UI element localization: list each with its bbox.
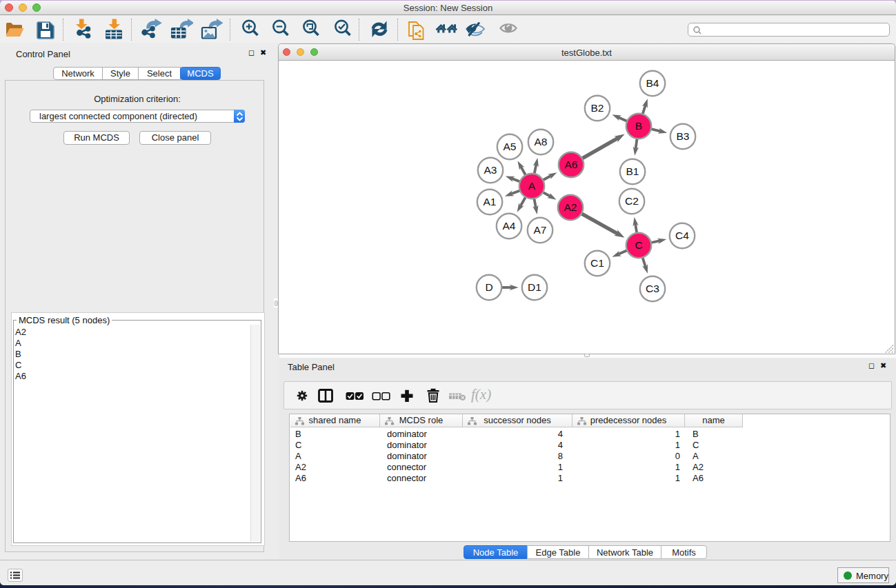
svg-text:A3: A3 [484,164,497,176]
svg-text:B1: B1 [626,165,639,177]
svg-text:B2: B2 [591,102,604,114]
svg-text:D1: D1 [528,281,541,293]
svg-text:A4: A4 [503,220,516,232]
svg-text:C: C [635,239,642,251]
svg-text:A8: A8 [535,136,548,148]
svg-text:A1: A1 [484,196,497,207]
svg-text:B: B [635,120,642,132]
svg-text:C1: C1 [590,257,604,269]
svg-text:A: A [528,180,536,192]
svg-text:C2: C2 [625,195,639,207]
svg-text:D: D [485,281,492,293]
svg-text:A7: A7 [534,224,547,236]
svg-text:A6: A6 [565,159,578,170]
svg-text:C3: C3 [646,283,659,294]
svg-text:C4: C4 [675,230,689,241]
svg-text:B4: B4 [646,77,659,89]
svg-text:B3: B3 [677,130,690,142]
svg-text:A2: A2 [564,201,577,213]
svg-text:A5: A5 [504,141,517,152]
